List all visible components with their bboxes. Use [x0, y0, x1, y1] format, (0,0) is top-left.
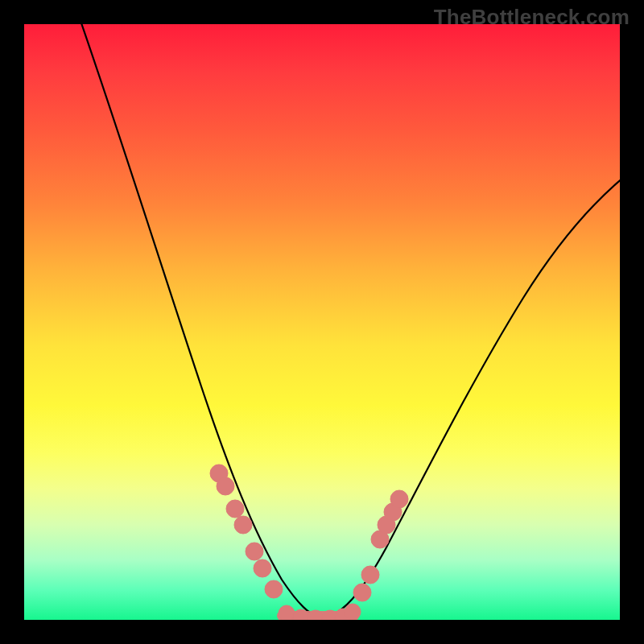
- svg-point-7: [353, 584, 371, 601]
- plot-svg: [24, 24, 620, 620]
- svg-point-5: [254, 559, 271, 577]
- cluster-right-dots: [353, 490, 408, 601]
- floor-dots: [279, 604, 361, 620]
- svg-point-2: [226, 500, 244, 518]
- svg-point-12: [390, 490, 408, 508]
- svg-point-1: [217, 477, 234, 495]
- svg-point-6: [265, 580, 283, 598]
- svg-point-13: [279, 605, 295, 620]
- svg-point-18: [345, 604, 361, 620]
- plot-area: [24, 24, 620, 620]
- chart-frame: TheBottleneck.com: [0, 0, 644, 644]
- svg-point-4: [246, 543, 263, 560]
- bottleneck-curve-left: [79, 24, 322, 618]
- cluster-left-dots: [210, 464, 283, 598]
- svg-point-8: [361, 566, 379, 584]
- bottleneck-curve-right: [322, 177, 620, 618]
- watermark-text: TheBottleneck.com: [434, 5, 630, 30]
- svg-point-3: [234, 516, 252, 534]
